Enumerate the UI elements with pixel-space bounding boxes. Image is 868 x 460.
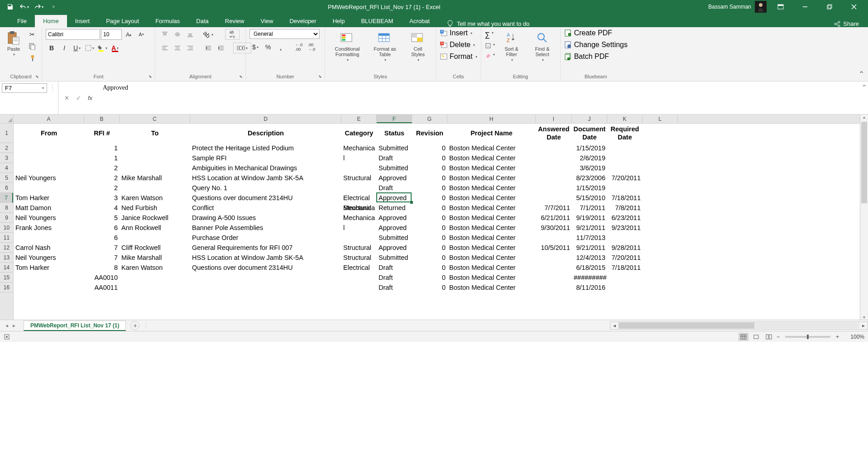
row-header-1[interactable]: 1: [0, 124, 13, 143]
zoom-out-button[interactable]: −: [777, 334, 780, 340]
cell[interactable]: [643, 183, 678, 193]
header-cell[interactable]: Required Date: [607, 124, 643, 143]
cell[interactable]: Approved: [377, 223, 412, 233]
fill-color-button[interactable]: ▾: [96, 43, 108, 53]
cell[interactable]: [14, 143, 84, 153]
row-header-10[interactable]: 10: [0, 223, 13, 233]
cell[interactable]: AA0011: [84, 283, 120, 292]
cell[interactable]: [607, 283, 643, 292]
cell[interactable]: Draft: [377, 183, 412, 193]
align-left-button[interactable]: [159, 43, 171, 53]
cell[interactable]: [536, 273, 572, 283]
cell[interactable]: HSS Location at Window Jamb SK-5A: [190, 253, 341, 263]
increase-decimal-button[interactable]: ←.0.00: [293, 42, 305, 53]
cell[interactable]: Neil Youngers: [14, 173, 84, 183]
decrease-indent-button[interactable]: [202, 43, 214, 53]
spreadsheet-grid[interactable]: ABCDEFGHIJKL 12345678910111213141516 Fro…: [0, 115, 868, 320]
cell[interactable]: Submitted: [377, 253, 412, 263]
save-button[interactable]: [4, 1, 16, 12]
header-cell[interactable]: Document Date: [572, 124, 607, 143]
percent-button[interactable]: %: [262, 42, 274, 53]
col-header-D[interactable]: D: [190, 115, 341, 123]
cell[interactable]: 2: [84, 183, 120, 193]
fx-button[interactable]: fx: [85, 93, 96, 103]
cell[interactable]: [536, 183, 572, 193]
cell[interactable]: [341, 233, 377, 243]
cell[interactable]: [607, 163, 643, 173]
cell[interactable]: [643, 223, 678, 233]
expand-formula-bar[interactable]: ⌃: [860, 81, 868, 114]
header-cell[interactable]: From: [14, 124, 84, 143]
cell[interactable]: 7/1/2011: [572, 203, 607, 213]
cell[interactable]: 6: [84, 233, 120, 243]
tell-me[interactable]: Tell me what you want to do: [447, 20, 529, 27]
cell[interactable]: [120, 153, 190, 163]
cell[interactable]: 9/30/2011: [536, 223, 572, 233]
cell[interactable]: Boston Medical Center: [447, 263, 536, 273]
cell[interactable]: General Requirements for RFI 007: [190, 243, 341, 253]
tab-acrobat[interactable]: Acrobat: [401, 15, 438, 27]
cell[interactable]: [536, 193, 572, 203]
cell[interactable]: [643, 273, 678, 283]
borders-button[interactable]: ▾: [84, 43, 96, 53]
cell[interactable]: 1/15/2019: [572, 183, 607, 193]
cell[interactable]: Purchase Order: [190, 233, 341, 243]
delete-button[interactable]: ×Delete▾: [440, 41, 477, 49]
cell[interactable]: Boston Medical Center: [447, 203, 536, 213]
col-header-J[interactable]: J: [572, 115, 607, 123]
avatar[interactable]: [755, 1, 767, 13]
row-header-15[interactable]: 15: [0, 273, 13, 283]
cell[interactable]: [14, 153, 84, 163]
cell[interactable]: 7/18/2011: [607, 263, 643, 273]
row-header-16[interactable]: 16: [0, 283, 13, 292]
row-header-8[interactable]: 8: [0, 203, 13, 213]
cell[interactable]: [643, 213, 678, 223]
cell[interactable]: [643, 163, 678, 173]
header-cell[interactable]: Category: [341, 124, 377, 143]
tab-developer[interactable]: Developer: [281, 15, 324, 27]
cell[interactable]: 7/18/2011: [607, 193, 643, 203]
cell[interactable]: Banner Pole Assemblies: [190, 223, 341, 233]
tab-formulas[interactable]: Formulas: [147, 15, 188, 27]
col-header-L[interactable]: L: [643, 115, 678, 123]
align-top-button[interactable]: [159, 29, 171, 40]
row-header-13[interactable]: 13: [0, 253, 13, 263]
cell[interactable]: Janice Rockwell: [120, 213, 190, 223]
cell[interactable]: 0: [412, 173, 447, 183]
cells-area[interactable]: FromRFI #ToDescriptionCategoryStatusRevi…: [14, 124, 860, 320]
bold-button[interactable]: B: [46, 43, 58, 53]
cut-button[interactable]: ✂: [26, 29, 38, 40]
clear-button[interactable]: [485, 53, 491, 59]
sheet-next[interactable]: ▸: [11, 321, 17, 330]
cell[interactable]: [536, 283, 572, 292]
tab-data[interactable]: Data: [188, 15, 216, 27]
format-button[interactable]: Format▾: [440, 53, 477, 61]
cell[interactable]: 1/15/2019: [572, 143, 607, 153]
qat-customize[interactable]: ▿: [47, 1, 60, 12]
new-sheet-button[interactable]: +: [130, 321, 139, 330]
cell[interactable]: 9/23/2011: [607, 223, 643, 233]
cell[interactable]: 0: [412, 143, 447, 153]
cell[interactable]: Submitted: [377, 163, 412, 173]
tab-page-layout[interactable]: Page Layout: [98, 15, 147, 27]
cell[interactable]: 0: [412, 253, 447, 263]
cell[interactable]: Draft: [377, 263, 412, 273]
cell[interactable]: Boston Medical Center: [447, 183, 536, 193]
header-cell[interactable]: RFI #: [84, 124, 120, 143]
cell[interactable]: 0: [412, 233, 447, 243]
page-break-view-button[interactable]: [764, 333, 774, 341]
share-button[interactable]: Share: [834, 20, 859, 27]
cell[interactable]: Boston Medical Center: [447, 143, 536, 153]
cell[interactable]: [643, 193, 678, 203]
sheet-nav[interactable]: ◂▸: [0, 321, 21, 330]
cell[interactable]: [120, 233, 190, 243]
cell[interactable]: Matt Damon: [14, 203, 84, 213]
tab-home[interactable]: Home: [35, 15, 67, 27]
cancel-button[interactable]: ✕: [61, 93, 72, 103]
decrease-decimal-button[interactable]: .00→.0: [306, 42, 317, 53]
vscroll[interactable]: ▴ ▾: [860, 115, 868, 320]
header-cell[interactable]: Status: [377, 124, 412, 143]
fill-button[interactable]: [485, 43, 491, 49]
row-header-2[interactable]: 2: [0, 143, 13, 153]
row-header-4[interactable]: 4: [0, 163, 13, 173]
